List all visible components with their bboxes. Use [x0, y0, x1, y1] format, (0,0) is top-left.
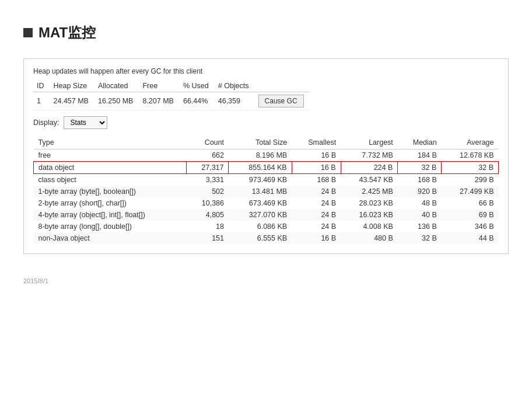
- stats-row: non-Java object1516.555 KB16 B480 B32 B4…: [34, 232, 499, 244]
- stats-cell-2: 673.469 KB: [229, 197, 292, 209]
- stats-cell-0: data object: [34, 162, 187, 174]
- stats-cell-3: 24 B: [292, 209, 341, 221]
- stats-cell-3: 24 B: [292, 186, 341, 197]
- stats-cell-0: class object: [34, 174, 187, 186]
- stats-cell-6: 32 B: [442, 162, 499, 174]
- stats-cell-0: 8-byte array (long[], double[]): [34, 221, 187, 232]
- footer-date: 2015/8/1: [23, 277, 509, 284]
- stats-row: 1-byte array (byte[], boolean[])50213.48…: [34, 186, 499, 197]
- stats-row: data object27,317855.164 KB16 B224 B32 B…: [34, 162, 499, 174]
- display-row: Display: Stats Heap: [33, 116, 499, 129]
- mat-monitor-container: Heap updates will happen after every GC …: [23, 58, 509, 254]
- stats-cell-6: 346 B: [442, 221, 499, 232]
- stats-col-totalsize: Total Size: [229, 136, 292, 149]
- stats-cell-4: 2.425 MB: [341, 186, 398, 197]
- stats-cell-0: non-Java object: [34, 232, 187, 244]
- stats-cell-5: 48 B: [398, 197, 442, 209]
- stats-cell-1: 3,331: [186, 174, 229, 186]
- heap-col-heapsize: Heap Size: [50, 80, 94, 92]
- stats-cell-5: 40 B: [398, 209, 442, 221]
- stats-cell-5: 32 B: [398, 162, 442, 174]
- stats-cell-2: 6.086 KB: [229, 221, 292, 232]
- stats-cell-2: 6.555 KB: [229, 232, 292, 244]
- stats-cell-5: 32 B: [398, 232, 442, 244]
- stats-col-smallest: Smallest: [292, 136, 341, 149]
- stats-cell-3: 168 B: [292, 174, 341, 186]
- stats-cell-1: 151: [186, 232, 229, 244]
- stats-row: class object3,331973.469 KB168 B43.547 K…: [34, 174, 499, 186]
- stats-cell-2: 13.481 MB: [229, 186, 292, 197]
- stats-cell-0: 4-byte array (object[], int[], float[]): [34, 209, 187, 221]
- stats-cell-6: 299 B: [442, 174, 499, 186]
- heap-col-objects: # Objects: [215, 80, 255, 92]
- stats-cell-3: 16 B: [292, 162, 341, 174]
- stats-row: 4-byte array (object[], int[], float[])4…: [34, 209, 499, 221]
- heap-info-text: Heap updates will happen after every GC …: [33, 67, 499, 75]
- stats-cell-1: 10,386: [186, 197, 229, 209]
- stats-cell-4: 480 B: [341, 232, 398, 244]
- stats-col-largest: Largest: [341, 136, 398, 149]
- heap-cell-pctused: 66.44%: [180, 92, 215, 110]
- heap-col-free: Free: [139, 80, 180, 92]
- heap-col-id: ID: [33, 80, 50, 92]
- stats-cell-1: 4,805: [186, 209, 229, 221]
- stats-cell-6: 44 B: [442, 232, 499, 244]
- stats-cell-6: 69 B: [442, 209, 499, 221]
- stats-cell-4: 4.008 KB: [341, 221, 398, 232]
- stats-col-average: Average: [442, 136, 499, 149]
- stats-cell-1: 18: [186, 221, 229, 232]
- stats-row: 8-byte array (long[], double[])186.086 K…: [34, 221, 499, 232]
- stats-cell-3: 16 B: [292, 232, 341, 244]
- stats-cell-0: 2-byte array (short[], char[]): [34, 197, 187, 209]
- stats-col-count: Count: [186, 136, 229, 149]
- stats-cell-1: 502: [186, 186, 229, 197]
- stats-cell-3: 24 B: [292, 221, 341, 232]
- cause-gc-cell: Cause GC: [255, 92, 310, 110]
- stats-cell-2: 855.164 KB: [229, 162, 292, 174]
- heap-col-pctused: % Used: [180, 80, 215, 92]
- stats-cell-0: free: [34, 149, 187, 162]
- display-label: Display:: [33, 119, 59, 127]
- stats-cell-3: 16 B: [292, 149, 341, 162]
- stats-cell-4: 7.732 MB: [341, 149, 398, 162]
- display-select[interactable]: Stats Heap: [64, 116, 107, 129]
- stats-table: Type Count Total Size Smallest Largest M…: [33, 136, 499, 244]
- stats-cell-4: 28.023 KB: [341, 197, 398, 209]
- title-square-icon: [23, 28, 33, 37]
- heap-table: ID Heap Size Allocated Free % Used # Obj…: [33, 80, 310, 110]
- stats-col-median: Median: [398, 136, 442, 149]
- stats-cell-6: 66 B: [442, 197, 499, 209]
- stats-cell-4: 16.023 KB: [341, 209, 398, 221]
- heap-cell-free: 8.207 MB: [139, 92, 180, 110]
- heap-cell-objects: 46,359: [215, 92, 255, 110]
- stats-cell-3: 24 B: [292, 197, 341, 209]
- stats-cell-2: 973.469 KB: [229, 174, 292, 186]
- heap-cell-id: 1: [33, 92, 50, 110]
- page-title: MAT监控: [38, 23, 96, 42]
- stats-cell-4: 224 B: [341, 162, 398, 174]
- heap-data-row: 1 24.457 MB 16.250 MB 8.207 MB 66.44% 46…: [33, 92, 310, 110]
- heap-col-allocated: Allocated: [94, 80, 139, 92]
- stats-cell-1: 27,317: [186, 162, 229, 174]
- stats-cell-6: 12.678 KB: [442, 149, 499, 162]
- stats-cell-6: 27.499 KB: [442, 186, 499, 197]
- stats-cell-5: 920 B: [398, 186, 442, 197]
- stats-cell-1: 662: [186, 149, 229, 162]
- stats-cell-5: 184 B: [398, 149, 442, 162]
- stats-col-type: Type: [34, 136, 187, 149]
- stats-cell-2: 8.196 MB: [229, 149, 292, 162]
- stats-cell-2: 327.070 KB: [229, 209, 292, 221]
- heap-cell-heapsize: 24.457 MB: [50, 92, 94, 110]
- stats-cell-5: 136 B: [398, 221, 442, 232]
- cause-gc-button[interactable]: Cause GC: [258, 95, 304, 107]
- stats-cell-0: 1-byte array (byte[], boolean[]): [34, 186, 187, 197]
- heap-col-action: [255, 80, 310, 92]
- heap-cell-allocated: 16.250 MB: [94, 92, 139, 110]
- stats-cell-4: 43.547 KB: [341, 174, 398, 186]
- stats-row: 2-byte array (short[], char[])10,386673.…: [34, 197, 499, 209]
- stats-cell-5: 168 B: [398, 174, 442, 186]
- stats-row: free6628.196 MB16 B7.732 MB184 B12.678 K…: [34, 149, 499, 162]
